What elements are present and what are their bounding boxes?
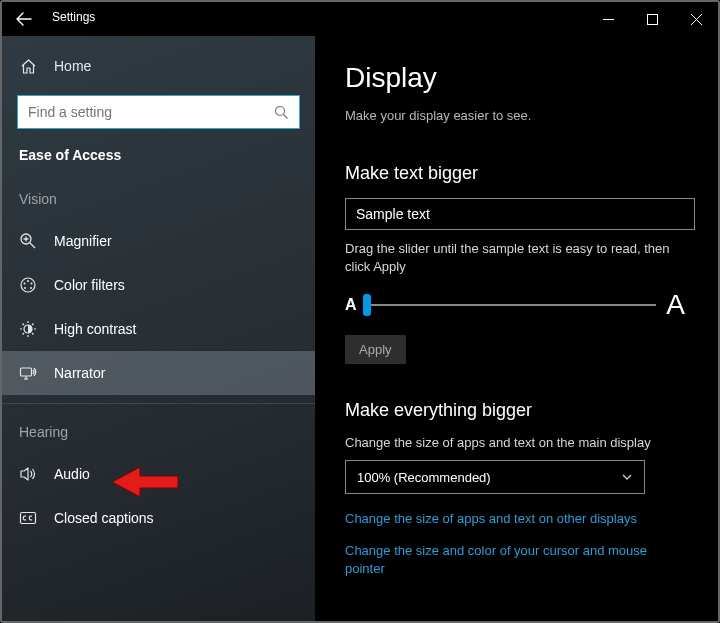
sidebar-item-closed-captions[interactable]: Closed captions	[2, 496, 315, 540]
close-icon	[691, 14, 702, 25]
text-size-slider-row: A A	[345, 289, 685, 321]
svg-point-4	[27, 280, 29, 282]
link-cursor-size[interactable]: Change the size and color of your cursor…	[345, 542, 690, 578]
svg-point-5	[31, 283, 33, 285]
dropdown-value: 100% (Recommended)	[357, 470, 491, 485]
titlebar: Settings	[2, 2, 718, 36]
audio-icon	[19, 465, 37, 483]
color-filters-icon	[19, 276, 37, 294]
slider-help-text: Drag the slider until the sample text is…	[345, 240, 690, 275]
sidebar-item-label: High contrast	[54, 321, 136, 337]
sidebar-item-label: Magnifier	[54, 233, 112, 249]
search-field[interactable]	[28, 104, 258, 120]
sidebar-item-label: Audio	[54, 466, 90, 482]
settings-window: Settings Home	[0, 0, 720, 623]
magnifier-icon	[19, 232, 37, 250]
apply-button[interactable]: Apply	[345, 335, 406, 364]
page-subtitle: Make your display easier to see.	[345, 108, 696, 123]
sidebar-item-high-contrast[interactable]: High contrast	[2, 307, 315, 351]
closed-captions-icon	[19, 509, 37, 527]
sidebar-item-label: Home	[54, 58, 91, 74]
window-body: Home Ease of Access Vision Magnifier	[2, 36, 718, 621]
svg-rect-10	[21, 368, 32, 376]
section-heading-text-bigger: Make text bigger	[345, 163, 696, 184]
high-contrast-icon	[19, 320, 37, 338]
annotation-arrow	[110, 464, 180, 500]
minimize-icon	[603, 14, 614, 25]
content-pane: Display Make your display easier to see.…	[315, 36, 718, 621]
red-arrow-icon	[110, 464, 180, 500]
back-button[interactable]	[2, 2, 46, 36]
sidebar-item-label: Narrator	[54, 365, 105, 381]
slider-thumb[interactable]	[363, 294, 371, 316]
search-container	[17, 95, 300, 129]
sidebar-category-vision: Vision	[2, 163, 315, 219]
search-input[interactable]	[17, 95, 300, 129]
link-other-displays[interactable]: Change the size of apps and text on othe…	[345, 510, 690, 528]
sidebar-item-magnifier[interactable]: Magnifier	[2, 219, 315, 263]
titlebar-left: Settings	[2, 2, 95, 36]
arrow-left-icon	[16, 11, 32, 27]
svg-rect-0	[647, 14, 657, 24]
sidebar-section-title: Ease of Access	[2, 129, 315, 163]
text-size-slider[interactable]	[367, 304, 657, 306]
page-title: Display	[345, 62, 696, 94]
search-icon	[274, 105, 289, 120]
display-scale-dropdown[interactable]: 100% (Recommended)	[345, 460, 645, 494]
sidebar-divider	[2, 403, 315, 404]
sidebar: Home Ease of Access Vision Magnifier	[2, 36, 315, 621]
sidebar-item-narrator[interactable]: Narrator	[2, 351, 315, 395]
sidebar-item-label: Closed captions	[54, 510, 154, 526]
maximize-icon	[647, 14, 658, 25]
home-icon	[19, 57, 37, 75]
sidebar-item-label: Color filters	[54, 277, 125, 293]
close-button[interactable]	[674, 2, 718, 36]
scale-description: Change the size of apps and text on the …	[345, 435, 696, 450]
svg-point-6	[30, 287, 32, 289]
slider-min-label: A	[345, 296, 357, 314]
chevron-down-icon	[621, 471, 633, 483]
svg-point-8	[24, 283, 26, 285]
maximize-button[interactable]	[630, 2, 674, 36]
window-title: Settings	[52, 10, 95, 24]
section-heading-everything-bigger: Make everything bigger	[345, 400, 696, 421]
sidebar-item-home[interactable]: Home	[2, 46, 315, 86]
sample-text-box: Sample text	[345, 198, 695, 230]
svg-point-1	[276, 106, 285, 115]
svg-point-7	[24, 287, 26, 289]
narrator-icon	[19, 364, 37, 382]
slider-max-label: A	[666, 289, 685, 321]
minimize-button[interactable]	[586, 2, 630, 36]
window-controls	[586, 2, 718, 36]
sidebar-item-color-filters[interactable]: Color filters	[2, 263, 315, 307]
sidebar-category-hearing: Hearing	[2, 406, 315, 452]
